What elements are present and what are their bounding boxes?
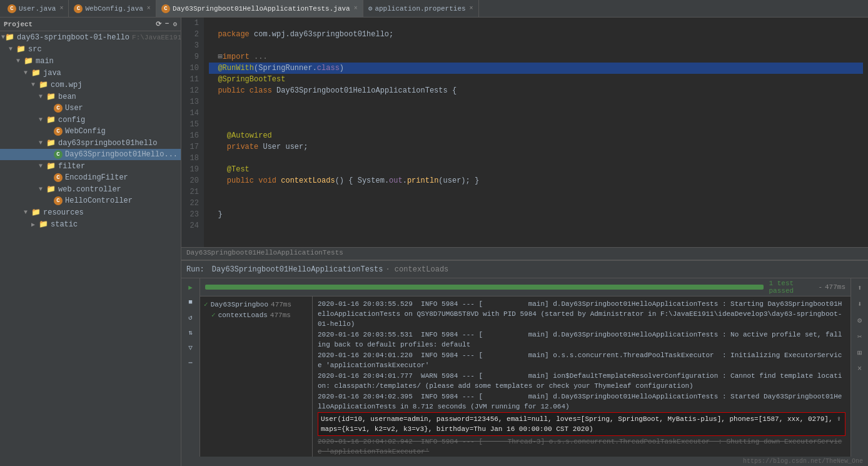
run-log[interactable]: 2020-01-16 20:03:55.529 INFO 5984 --- [ … (313, 296, 850, 457)
tab-close-day63test[interactable]: × (354, 5, 358, 12)
rs-icon-4[interactable]: ✂ (853, 330, 867, 343)
test-time-value: 477ms (825, 283, 845, 291)
tab-close-app-properties[interactable]: × (470, 5, 473, 12)
code-line-15 (209, 119, 863, 130)
line-num-9: 9 (184, 51, 199, 63)
tree-arrow-day63pkg: ▼ (39, 139, 46, 146)
suite-time: 477ms (271, 301, 291, 308)
log-line-faded: 2020-01-16 20:04:02.942 INFO 5984 --- [ … (318, 437, 845, 457)
sidebar-item-static[interactable]: ▶ 📁 static (0, 218, 181, 230)
folder-icon-bean: 📁 (46, 92, 56, 101)
tab-close-webconfig[interactable]: × (147, 5, 151, 12)
sidebar-item-webconfig[interactable]: C WebConfig (0, 126, 181, 137)
tree-arrow-comwpj: ▼ (31, 81, 39, 88)
sidebar-item-encodingfilter[interactable]: C EncodingFilter (0, 172, 181, 183)
run-label: Run: (186, 265, 204, 274)
run-tree-suite[interactable]: ✓ Day63Springboo 477ms (200, 299, 312, 310)
tab-day63test-java[interactable]: C Day63Springboot01HelloApplicationTests… (156, 0, 363, 17)
tree-label-day63pkg: day63springboot01hello (58, 139, 157, 148)
rs-icon-2[interactable]: ⬇ (853, 297, 867, 311)
sidebar: Project ⟳ − ⚙ ▼ 📁 day63-springboot-01-he… (0, 18, 181, 466)
sidebar-item-day63test[interactable]: C Day63Springboot01Hello... (0, 149, 181, 160)
code-line-19: @Test (209, 164, 863, 175)
run-test-class-label: Day63Springboot01HelloApplicationTests (212, 265, 383, 274)
rs-icon-5[interactable]: ⊞ (853, 346, 867, 360)
sidebar-item-java[interactable]: ▼ 📁 java (0, 67, 181, 79)
line-num-10: 10 (184, 63, 199, 74)
sidebar-item-user[interactable]: C User (0, 103, 181, 114)
tab-bar: C User.java × C WebConfig.java × C Day63… (0, 0, 868, 18)
tab-close-user[interactable]: × (59, 5, 63, 12)
tree-arrow-resources: ▼ (24, 209, 31, 216)
code-line-22 (209, 198, 863, 209)
log-line-2: 2020-01-16 20:03:55.531 INFO 5984 --- [ … (318, 330, 845, 350)
tab-label-user: User.java (19, 5, 56, 13)
code-line-9: ⊞import ... (209, 51, 863, 63)
code-line-13 (209, 96, 863, 108)
tree-label-user: User (65, 104, 83, 113)
code-line-2: package com.wpj.day63springboot01hello; (209, 29, 863, 40)
java-icon-day63test-tree: C (54, 150, 63, 159)
tree-arrow-config: ▼ (39, 116, 46, 123)
run-test-method: · contextLoads (385, 265, 448, 274)
java-icon-user-tree: C (54, 104, 63, 113)
sidebar-sync-icon[interactable]: ⟳ (156, 20, 161, 28)
run-filter-button[interactable]: ▽ (184, 341, 197, 353)
run-settings-button[interactable]: ⋯ (184, 356, 197, 368)
sidebar-item-resources[interactable]: ▼ 📁 resources (0, 206, 181, 218)
sidebar-item-main[interactable]: ▼ 📁 main (0, 55, 181, 67)
tree-label-resources: resources (43, 208, 84, 217)
sidebar-item-bean[interactable]: ▼ 📁 bean (0, 91, 181, 103)
line-num-24: 24 (184, 220, 199, 231)
code-area[interactable]: package com.wpj.day63springboot01hello; … (204, 18, 868, 247)
line-num-19: 19 (184, 164, 199, 175)
tree-label-filter: filter (58, 162, 85, 171)
tab-app-properties[interactable]: ⚙ application.properties × (363, 0, 479, 17)
log-line-3: 2020-01-16 20:04:01.220 INFO 5984 --- [ … (318, 350, 845, 370)
run-stop-button[interactable]: ■ (184, 296, 197, 308)
sidebar-item-config[interactable]: ▼ 📁 config (0, 114, 181, 126)
sidebar-collapse-icon[interactable]: − (165, 20, 169, 28)
sidebar-item-src[interactable]: ▼ 📁 src (0, 43, 181, 55)
sidebar-item-hellocontroller[interactable]: C HelloController (0, 195, 181, 206)
run-content: ▶ ■ ↺ ⇅ ▽ ⋯ 1 test passed - 477ms (181, 278, 868, 457)
sidebar-item-filter[interactable]: ▼ 📁 filter (0, 160, 181, 172)
main-layout: Project ⟳ − ⚙ ▼ 📁 day63-springboot-01-he… (0, 18, 868, 466)
rs-icon-1[interactable]: ⬆ (853, 281, 867, 295)
rs-icon-6[interactable]: × (853, 362, 867, 376)
tree-label-comwpj: com.wpj (51, 81, 82, 89)
suite-check-icon: ✓ (204, 300, 208, 308)
run-sort-button[interactable]: ⇅ (184, 326, 197, 338)
tree-arrow-src: ▼ (9, 46, 16, 53)
log-line-4: 2020-01-16 20:04:01.777 WARN 5984 --- [ … (318, 371, 845, 391)
tree-label-java: java (43, 69, 61, 78)
line-num-23: 23 (184, 209, 199, 220)
code-line-12: public class Day63Springboot01HelloAppli… (209, 85, 863, 96)
sidebar-item-root[interactable]: ▼ 📁 day63-springboot-01-hello F:\JavaEE1… (0, 31, 181, 43)
folder-icon-comwpj: 📁 (39, 80, 48, 89)
run-panel: Run: Day63Springboot01HelloApplicationTe… (181, 260, 868, 466)
run-play-button[interactable]: ▶ (184, 281, 197, 293)
tab-webconfig-java[interactable]: C WebConfig.java × (69, 0, 156, 17)
folder-icon-root: 📁 (5, 33, 14, 42)
sidebar-item-day63pkg[interactable]: ▼ 📁 day63springboot01hello (0, 137, 181, 149)
sidebar-item-comwpj[interactable]: ▼ 📁 com.wpj (0, 79, 181, 91)
tab-user-java[interactable]: C User.java × (3, 0, 69, 17)
java-icon-encodingfilter: C (54, 173, 63, 182)
tree-label-day63test: Day63Springboot01Hello... (65, 150, 178, 159)
code-line-11: @SpringBootTest (209, 74, 863, 85)
tree-label-hellocontroller: HelloController (65, 196, 133, 205)
rs-icon-3[interactable]: ⚙ (853, 313, 867, 327)
sidebar-settings-icon[interactable]: ⚙ (173, 20, 177, 28)
folder-icon-static: 📁 (39, 220, 48, 229)
folder-icon-src: 📁 (16, 44, 26, 54)
sidebar-item-webcontroller[interactable]: ▼ 📁 web.controller (0, 183, 181, 195)
folder-icon-java: 📁 (31, 68, 41, 78)
method-check-icon: ✓ (211, 311, 216, 319)
run-rerun-button[interactable]: ↺ (184, 311, 197, 323)
line-num-21: 21 (184, 186, 199, 198)
run-tree-method[interactable]: ✓ contextLoads 477ms (200, 310, 312, 320)
tree-arrow-main: ▼ (16, 58, 24, 64)
tree-label-encodingfilter: EncodingFilter (65, 173, 128, 182)
progress-bar-fill (205, 285, 764, 290)
